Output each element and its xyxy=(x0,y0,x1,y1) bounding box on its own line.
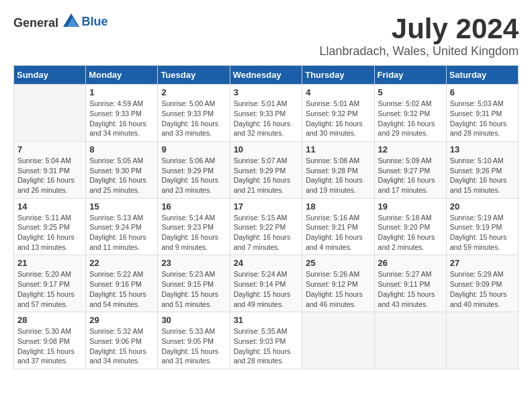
day-info: Sunrise: 5:02 AM Sunset: 9:32 PM Dayligh… xyxy=(378,99,443,138)
day-info: Sunrise: 5:06 AM Sunset: 9:29 PM Dayligh… xyxy=(161,156,226,195)
day-number: 27 xyxy=(450,258,515,268)
calendar-cell xyxy=(302,312,374,369)
day-number: 25 xyxy=(306,258,370,268)
day-number: 2 xyxy=(161,87,226,97)
day-number: 17 xyxy=(234,201,299,212)
day-info: Sunrise: 5:15 AM Sunset: 9:22 PM Dayligh… xyxy=(234,213,299,253)
day-info: Sunrise: 5:07 AM Sunset: 9:29 PM Dayligh… xyxy=(234,156,299,195)
day-of-week-header: Wednesday xyxy=(230,66,302,85)
day-number: 21 xyxy=(17,258,82,268)
calendar-cell: 8Sunrise: 5:05 AM Sunset: 9:30 PM Daylig… xyxy=(86,141,158,198)
calendar-cell: 30Sunrise: 5:33 AM Sunset: 9:05 PM Dayli… xyxy=(158,312,230,369)
calendar-week-row: 1Sunrise: 4:59 AM Sunset: 9:33 PM Daylig… xyxy=(14,85,519,142)
day-info: Sunrise: 5:11 AM Sunset: 9:25 PM Dayligh… xyxy=(17,213,82,253)
day-of-week-header: Thursday xyxy=(302,66,374,85)
day-info: Sunrise: 5:27 AM Sunset: 9:11 PM Dayligh… xyxy=(378,269,443,309)
day-info: Sunrise: 5:23 AM Sunset: 9:15 PM Dayligh… xyxy=(161,269,226,309)
day-number: 8 xyxy=(89,144,154,154)
calendar-cell: 24Sunrise: 5:24 AM Sunset: 9:14 PM Dayli… xyxy=(230,255,302,312)
day-info: Sunrise: 5:29 AM Sunset: 9:09 PM Dayligh… xyxy=(450,269,515,309)
logo-general: General xyxy=(13,16,58,30)
day-info: Sunrise: 5:08 AM Sunset: 9:28 PM Dayligh… xyxy=(306,156,370,195)
calendar-cell: 14Sunrise: 5:11 AM Sunset: 9:25 PM Dayli… xyxy=(14,198,86,255)
day-info: Sunrise: 5:32 AM Sunset: 9:06 PM Dayligh… xyxy=(89,326,154,366)
calendar-cell: 13Sunrise: 5:10 AM Sunset: 9:26 PM Dayli… xyxy=(446,141,518,198)
calendar-cell: 18Sunrise: 5:16 AM Sunset: 9:21 PM Dayli… xyxy=(302,198,374,255)
calendar-cell xyxy=(446,312,518,369)
day-number: 14 xyxy=(17,201,82,212)
day-number: 28 xyxy=(17,315,82,325)
day-number: 9 xyxy=(161,144,226,154)
calendar-week-row: 21Sunrise: 5:20 AM Sunset: 9:17 PM Dayli… xyxy=(14,255,519,312)
day-info: Sunrise: 5:35 AM Sunset: 9:03 PM Dayligh… xyxy=(234,326,299,366)
calendar-cell: 5Sunrise: 5:02 AM Sunset: 9:32 PM Daylig… xyxy=(374,85,446,142)
calendar-week-row: 14Sunrise: 5:11 AM Sunset: 9:25 PM Dayli… xyxy=(14,198,519,255)
day-number: 18 xyxy=(306,201,370,212)
calendar-cell: 4Sunrise: 5:01 AM Sunset: 9:32 PM Daylig… xyxy=(302,85,374,142)
day-number: 13 xyxy=(450,144,515,154)
day-number: 7 xyxy=(17,144,82,154)
day-of-week-header: Friday xyxy=(374,66,446,85)
day-of-week-header: Sunday xyxy=(14,66,86,85)
day-info: Sunrise: 5:10 AM Sunset: 9:26 PM Dayligh… xyxy=(450,156,515,195)
day-info: Sunrise: 5:33 AM Sunset: 9:05 PM Dayligh… xyxy=(161,326,226,366)
day-info: Sunrise: 5:30 AM Sunset: 9:08 PM Dayligh… xyxy=(17,326,82,366)
day-number: 10 xyxy=(234,144,299,154)
subtitle: Llanbradach, Wales, United Kingdom xyxy=(320,44,519,58)
day-number: 5 xyxy=(378,87,443,97)
day-number: 12 xyxy=(378,144,443,154)
calendar-cell xyxy=(374,312,446,369)
logo-icon xyxy=(63,13,79,27)
calendar-cell: 22Sunrise: 5:22 AM Sunset: 9:16 PM Dayli… xyxy=(86,255,158,312)
day-number: 4 xyxy=(306,87,370,97)
calendar-cell: 20Sunrise: 5:19 AM Sunset: 9:19 PM Dayli… xyxy=(446,198,518,255)
day-info: Sunrise: 5:13 AM Sunset: 9:24 PM Dayligh… xyxy=(89,213,154,253)
day-of-week-header: Saturday xyxy=(446,66,518,85)
day-number: 22 xyxy=(89,258,154,268)
day-info: Sunrise: 5:24 AM Sunset: 9:14 PM Dayligh… xyxy=(234,269,299,309)
day-info: Sunrise: 5:01 AM Sunset: 9:33 PM Dayligh… xyxy=(234,99,299,138)
day-number: 20 xyxy=(450,201,515,212)
calendar-cell xyxy=(14,85,86,142)
calendar-cell: 2Sunrise: 5:00 AM Sunset: 9:33 PM Daylig… xyxy=(158,85,230,142)
calendar-cell: 29Sunrise: 5:32 AM Sunset: 9:06 PM Dayli… xyxy=(86,312,158,369)
calendar-cell: 23Sunrise: 5:23 AM Sunset: 9:15 PM Dayli… xyxy=(158,255,230,312)
calendar-week-row: 28Sunrise: 5:30 AM Sunset: 9:08 PM Dayli… xyxy=(14,312,519,369)
calendar-cell: 25Sunrise: 5:26 AM Sunset: 9:12 PM Dayli… xyxy=(302,255,374,312)
day-info: Sunrise: 5:14 AM Sunset: 9:23 PM Dayligh… xyxy=(161,213,226,253)
day-of-week-header: Monday xyxy=(86,66,158,85)
day-info: Sunrise: 5:19 AM Sunset: 9:19 PM Dayligh… xyxy=(450,213,515,253)
calendar-cell: 12Sunrise: 5:09 AM Sunset: 9:27 PM Dayli… xyxy=(374,141,446,198)
day-info: Sunrise: 5:20 AM Sunset: 9:17 PM Dayligh… xyxy=(17,269,82,309)
day-number: 31 xyxy=(234,315,299,325)
day-info: Sunrise: 5:00 AM Sunset: 9:33 PM Dayligh… xyxy=(161,99,226,138)
day-number: 3 xyxy=(234,87,299,97)
logo-blue: Blue xyxy=(82,15,108,28)
day-info: Sunrise: 5:03 AM Sunset: 9:31 PM Dayligh… xyxy=(450,99,515,138)
day-number: 6 xyxy=(450,87,515,97)
calendar-week-row: 7Sunrise: 5:04 AM Sunset: 9:31 PM Daylig… xyxy=(14,141,519,198)
calendar-cell: 9Sunrise: 5:06 AM Sunset: 9:29 PM Daylig… xyxy=(158,141,230,198)
day-number: 16 xyxy=(161,201,226,212)
day-info: Sunrise: 5:04 AM Sunset: 9:31 PM Dayligh… xyxy=(17,156,82,195)
calendar-cell: 19Sunrise: 5:18 AM Sunset: 9:20 PM Dayli… xyxy=(374,198,446,255)
calendar-cell: 11Sunrise: 5:08 AM Sunset: 9:28 PM Dayli… xyxy=(302,141,374,198)
day-info: Sunrise: 5:18 AM Sunset: 9:20 PM Dayligh… xyxy=(378,213,443,253)
day-info: Sunrise: 5:16 AM Sunset: 9:21 PM Dayligh… xyxy=(306,213,370,253)
day-number: 15 xyxy=(89,201,154,212)
calendar-cell: 17Sunrise: 5:15 AM Sunset: 9:22 PM Dayli… xyxy=(230,198,302,255)
calendar-cell: 26Sunrise: 5:27 AM Sunset: 9:11 PM Dayli… xyxy=(374,255,446,312)
calendar-cell: 3Sunrise: 5:01 AM Sunset: 9:33 PM Daylig… xyxy=(230,85,302,142)
day-number: 23 xyxy=(161,258,226,268)
header: General Blue July 2024 Llanbradach, Wale… xyxy=(13,13,519,58)
day-info: Sunrise: 5:01 AM Sunset: 9:32 PM Dayligh… xyxy=(306,99,370,138)
calendar-cell: 28Sunrise: 5:30 AM Sunset: 9:08 PM Dayli… xyxy=(14,312,86,369)
day-info: Sunrise: 5:26 AM Sunset: 9:12 PM Dayligh… xyxy=(306,269,370,309)
calendar-cell: 6Sunrise: 5:03 AM Sunset: 9:31 PM Daylig… xyxy=(446,85,518,142)
calendar-cell: 16Sunrise: 5:14 AM Sunset: 9:23 PM Dayli… xyxy=(158,198,230,255)
day-number: 11 xyxy=(306,144,370,154)
day-number: 1 xyxy=(89,87,154,97)
title-section: July 2024 Llanbradach, Wales, United Kin… xyxy=(320,13,519,58)
day-info: Sunrise: 5:09 AM Sunset: 9:27 PM Dayligh… xyxy=(378,156,443,195)
calendar-cell: 21Sunrise: 5:20 AM Sunset: 9:17 PM Dayli… xyxy=(14,255,86,312)
